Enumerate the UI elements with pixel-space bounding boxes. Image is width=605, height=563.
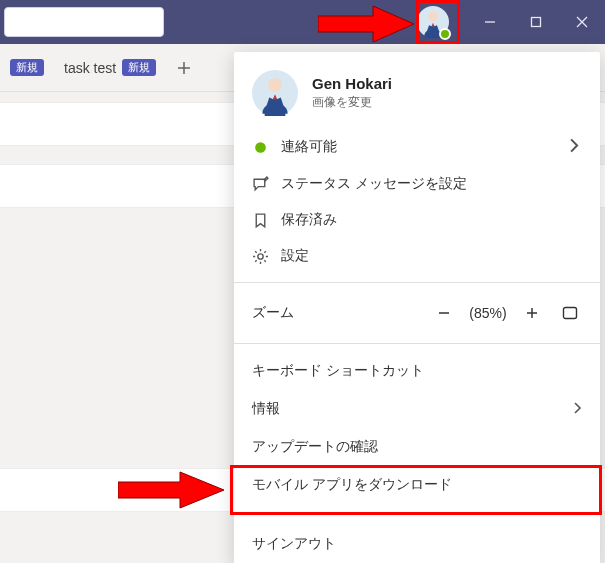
set-status-label: ステータス メッセージを設定 xyxy=(281,175,467,193)
new-badge: 新規 xyxy=(10,59,44,76)
zoom-label: ズーム xyxy=(252,304,424,322)
window-close-button[interactable] xyxy=(559,0,605,44)
zoom-in-button[interactable] xyxy=(520,301,544,325)
tab-label: task test xyxy=(64,60,116,76)
fullscreen-button[interactable] xyxy=(558,301,582,325)
keyboard-shortcuts-label: キーボード ショートカット xyxy=(252,362,424,380)
tab-item-0[interactable]: 新規 xyxy=(4,53,50,82)
svg-point-9 xyxy=(268,78,282,92)
download-mobile-label: モバイル アプリをダウンロード xyxy=(252,476,452,494)
menu-avatar[interactable] xyxy=(252,70,298,116)
plus-icon xyxy=(525,306,539,320)
saved-label: 保存済み xyxy=(281,211,337,229)
avatar-icon xyxy=(252,70,298,116)
search-wrap xyxy=(4,7,164,37)
minus-icon xyxy=(437,306,451,320)
svg-point-11 xyxy=(258,253,263,258)
menu-item-info[interactable]: 情報 xyxy=(234,390,600,428)
status-label: 連絡可能 xyxy=(281,138,337,156)
chevron-right-icon xyxy=(572,401,582,418)
menu-item-check-updates[interactable]: アップデートの確認 xyxy=(234,428,600,466)
settings-label: 設定 xyxy=(281,247,309,265)
zoom-out-button[interactable] xyxy=(432,301,456,325)
menu-divider xyxy=(234,512,600,513)
menu-divider xyxy=(234,343,600,344)
svg-point-10 xyxy=(255,142,266,153)
gear-icon xyxy=(252,248,269,265)
profile-avatar[interactable] xyxy=(417,6,449,38)
close-icon xyxy=(576,16,588,28)
user-name: Gen Hokari xyxy=(312,75,392,92)
search-input[interactable] xyxy=(4,7,164,37)
profile-menu: Gen Hokari 画像を変更 連絡可能 ステータス メッセージを設定 保存済… xyxy=(234,52,600,563)
zoom-value: (85%) xyxy=(464,305,512,321)
fullscreen-icon xyxy=(562,306,578,320)
svg-rect-3 xyxy=(532,18,541,27)
change-image-link[interactable]: 画像を変更 xyxy=(312,94,392,111)
menu-header: Gen Hokari 画像を変更 xyxy=(234,52,600,128)
svg-point-1 xyxy=(428,12,438,22)
menu-item-download-mobile[interactable]: モバイル アプリをダウンロード xyxy=(234,466,600,504)
available-icon xyxy=(252,139,269,156)
tab-item-1[interactable]: task test 新規 xyxy=(58,53,162,82)
menu-item-set-status-message[interactable]: ステータス メッセージを設定 xyxy=(234,166,600,202)
plus-icon xyxy=(177,61,191,75)
minimize-icon xyxy=(484,16,496,28)
window-maximize-button[interactable] xyxy=(513,0,559,44)
svg-rect-15 xyxy=(564,308,577,319)
bookmark-icon xyxy=(252,212,269,229)
presence-badge xyxy=(439,28,451,40)
maximize-icon xyxy=(530,16,542,28)
menu-item-zoom: ズーム (85%) xyxy=(234,291,600,335)
menu-divider xyxy=(234,282,600,283)
menu-item-keyboard-shortcuts[interactable]: キーボード ショートカット xyxy=(234,352,600,390)
add-tab-button[interactable] xyxy=(170,54,198,82)
menu-item-status[interactable]: 連絡可能 xyxy=(234,128,600,166)
edit-message-icon xyxy=(252,176,269,193)
chevron-right-icon xyxy=(565,137,582,157)
check-updates-label: アップデートの確認 xyxy=(252,438,378,456)
signout-label: サインアウト xyxy=(252,535,336,553)
new-badge: 新規 xyxy=(122,59,156,76)
menu-item-signout[interactable]: サインアウト xyxy=(234,521,600,563)
menu-item-settings[interactable]: 設定 xyxy=(234,238,600,274)
menu-name-block: Gen Hokari 画像を変更 xyxy=(312,75,392,111)
menu-item-saved[interactable]: 保存済み xyxy=(234,202,600,238)
info-label: 情報 xyxy=(252,400,280,418)
window-minimize-button[interactable] xyxy=(467,0,513,44)
title-bar xyxy=(0,0,605,44)
